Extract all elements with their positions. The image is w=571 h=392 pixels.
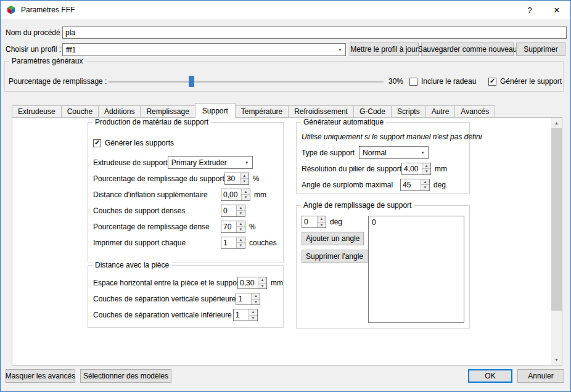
generate-support-checkbox[interactable]: ✓ (488, 78, 496, 86)
check-icon: ✓ (94, 139, 100, 146)
max-overhang-spinner[interactable]: ▲▼ (400, 179, 430, 191)
dense-support-layers-input[interactable] (221, 205, 236, 216)
dense-infill-spinner[interactable]: ▲▼ (221, 221, 245, 233)
spin-up-icon[interactable]: ▲ (422, 163, 430, 169)
generate-supports-checkbox-row: ✓ Générer les supports (93, 139, 283, 147)
select-models-button[interactable]: Sélectionner des modèles (80, 369, 171, 383)
help-button[interactable]: ? (516, 1, 543, 19)
support-inflation-spinner[interactable]: ▲▼ (221, 189, 250, 201)
spin-down-icon[interactable]: ▼ (249, 316, 257, 321)
window-title: Paramètres FFF (21, 6, 75, 14)
tab-couche[interactable]: Couche (61, 105, 99, 118)
tab-temperature[interactable]: Température (235, 105, 289, 118)
dense-support-layers-spinner[interactable]: ▲▼ (221, 205, 245, 217)
tab-remplissage[interactable]: Remplissage (140, 105, 195, 118)
title-bar[interactable]: Paramètres FFF ? ✕ (1, 1, 570, 19)
spin-up-icon[interactable]: ▲ (249, 309, 257, 316)
remove-angle-button[interactable]: Supprimer l'angle (302, 250, 368, 263)
support-type-select[interactable]: Normal ▼ (359, 146, 429, 159)
part-distance-group-title: Distance avec la pièce (92, 261, 171, 269)
spin-up-icon[interactable]: ▲ (421, 179, 429, 186)
spin-up-icon[interactable]: ▲ (258, 277, 266, 284)
generate-support-label: Générer le support (500, 77, 562, 86)
pillar-resolution-spinner[interactable]: ▲▼ (401, 163, 431, 175)
tab-autre[interactable]: Autre (425, 105, 456, 118)
spin-down-icon[interactable]: ▼ (421, 185, 429, 190)
dense-infill-input[interactable] (221, 221, 236, 232)
delete-profile-button[interactable]: Supprimer (516, 43, 565, 56)
check-icon: ✓ (490, 78, 495, 84)
spin-down-icon[interactable]: ▼ (240, 179, 249, 184)
scroll-up-icon[interactable]: ▲ (551, 118, 562, 128)
spin-up-icon[interactable]: ▲ (242, 189, 250, 195)
spin-down-icon[interactable]: ▼ (237, 227, 245, 232)
spin-up-icon[interactable]: ▲ (252, 293, 260, 300)
update-profile-button[interactable]: Mettre le profil à jour (350, 43, 419, 56)
print-support-every-unit: couches (249, 239, 277, 247)
spin-up-icon[interactable]: ▲ (240, 173, 249, 179)
panel-scrollbar[interactable]: ▲ ▼ (551, 118, 562, 365)
print-support-every-row: Imprimer du support chaque ▲▼ couches (93, 236, 283, 249)
print-support-every-input[interactable] (221, 237, 236, 248)
tab-additions[interactable]: Additions (98, 105, 141, 118)
tab-scripts[interactable]: Scripts (391, 105, 426, 118)
save-as-new-button[interactable]: Sauvegarder comme nouveau (421, 43, 514, 56)
support-infill-spinner[interactable]: ▲▼ (224, 173, 249, 185)
upper-separation-spinner[interactable]: ▲▼ (236, 293, 260, 305)
angle-controls: ▲▼ deg Ajouter un angle Supprimer l'angl… (302, 216, 363, 323)
lower-separation-spinner[interactable]: ▲▼ (233, 309, 258, 321)
spin-down-icon[interactable]: ▼ (252, 300, 260, 305)
tab-refroidissement[interactable]: Refroidissement (288, 105, 354, 118)
scroll-thumb[interactable] (551, 128, 562, 311)
support-infill-input[interactable] (225, 173, 240, 184)
process-name-input[interactable] (62, 27, 567, 39)
spin-up-icon[interactable]: ▲ (237, 237, 245, 243)
add-angle-button[interactable]: Ajouter un angle (302, 232, 364, 245)
spin-down-icon[interactable]: ▼ (242, 195, 250, 200)
upper-separation-input[interactable] (236, 293, 251, 304)
horizontal-offset-label: Espace horizontal entre la pièce et le s… (93, 279, 237, 287)
angle-input[interactable] (302, 216, 317, 227)
spin-down-icon[interactable]: ▼ (237, 243, 245, 248)
spin-up-icon[interactable]: ▲ (237, 221, 245, 227)
app-icon (6, 5, 16, 15)
support-type-value: Normal (363, 149, 387, 157)
close-button[interactable]: ✕ (543, 1, 570, 19)
support-inflation-input[interactable] (221, 189, 241, 200)
angle-spinner[interactable]: ▲▼ (302, 216, 326, 228)
generate-supports-label: Générer les supports (105, 139, 174, 147)
pillar-resolution-input[interactable] (402, 163, 422, 174)
support-infill-angle-group-title: Angle de remplissage de support (301, 201, 414, 210)
spin-up-icon[interactable]: ▲ (318, 216, 326, 223)
spin-down-icon[interactable]: ▼ (422, 169, 430, 174)
spin-down-icon[interactable]: ▼ (237, 211, 245, 216)
spin-down-icon[interactable]: ▼ (318, 223, 326, 228)
auto-generator-group-title: Générateur automatique (301, 118, 386, 126)
support-extruder-select[interactable]: Primary Extruder ▼ (168, 156, 253, 169)
profile-select[interactable]: fff1 ▼ (62, 43, 346, 56)
include-raft-checkbox[interactable]: ✓ (409, 78, 417, 86)
hide-advanced-button[interactable]: Masquer les avancés (6, 369, 75, 383)
slider-track (109, 81, 384, 83)
spin-down-icon[interactable]: ▼ (258, 284, 266, 289)
tab-extrudeuse[interactable]: Extrudeuse (12, 105, 62, 118)
lower-separation-input[interactable] (234, 309, 249, 321)
horizontal-offset-input[interactable] (238, 277, 258, 288)
list-item[interactable]: 0 (372, 218, 461, 227)
slider-thumb[interactable] (189, 76, 194, 87)
print-support-every-spinner[interactable]: ▲▼ (221, 237, 245, 249)
generate-supports-checkbox[interactable]: ✓ (93, 139, 101, 147)
include-raft-checkbox-row: ✓ Inclure le radeau (409, 77, 476, 86)
tab-avances[interactable]: Avancés (454, 105, 495, 118)
support-angles-list[interactable]: 0 (368, 216, 464, 323)
infill-percentage-slider[interactable] (109, 75, 384, 88)
tab-gcode[interactable]: G-Code (353, 105, 392, 118)
tab-support[interactable]: Support (195, 103, 236, 118)
upper-separation-row: Couches de séparation verticale supérieu… (93, 293, 283, 305)
max-overhang-input[interactable] (401, 179, 421, 190)
ok-button[interactable]: OK (468, 369, 512, 383)
scroll-down-icon[interactable]: ▼ (551, 354, 562, 365)
spin-up-icon[interactable]: ▲ (237, 205, 245, 211)
horizontal-offset-spinner[interactable]: ▲▼ (237, 277, 267, 289)
cancel-button[interactable]: Annuler (517, 369, 564, 383)
